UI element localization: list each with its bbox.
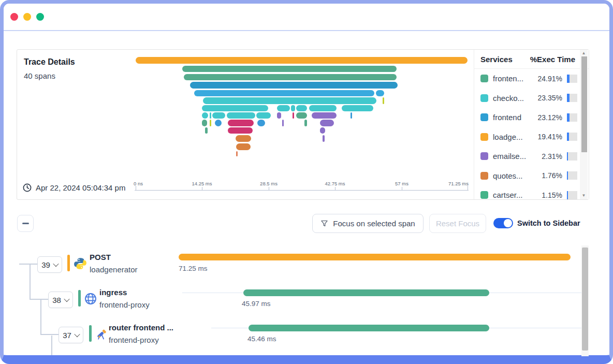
flamegraph-span[interactable] bbox=[184, 74, 397, 80]
flamegraph-span[interactable] bbox=[277, 105, 290, 111]
flamegraph-span[interactable] bbox=[282, 120, 284, 126]
flamegraph-span[interactable] bbox=[296, 105, 307, 111]
flamegraph-span[interactable] bbox=[277, 112, 281, 119]
flamegraph-span[interactable] bbox=[320, 120, 334, 126]
services-header: Services %Exec Time bbox=[474, 50, 589, 69]
service-exec-pct: 23.35% bbox=[538, 94, 562, 102]
service-color-chip bbox=[480, 75, 488, 82]
service-exec-minibar bbox=[567, 191, 577, 199]
flamegraph-span[interactable] bbox=[236, 143, 251, 150]
flamegraph-span[interactable] bbox=[202, 112, 208, 119]
span-duration-bar[interactable] bbox=[179, 254, 571, 260]
python-icon bbox=[74, 257, 87, 270]
flamegraph-span[interactable] bbox=[228, 127, 253, 134]
scroll-up-icon[interactable]: ▲ bbox=[582, 51, 586, 55]
chevron-down-icon bbox=[64, 296, 69, 302]
flamegraph-span[interactable] bbox=[227, 112, 255, 119]
span-children-dropdown[interactable]: 39 bbox=[37, 256, 62, 273]
service-row[interactable]: loadge...19.41% bbox=[474, 127, 589, 147]
flamegraph-span[interactable] bbox=[376, 90, 384, 96]
span-service: frontend-proxy bbox=[99, 300, 150, 309]
services-scrollbar-thumb[interactable] bbox=[581, 56, 587, 152]
flamegraph-span[interactable] bbox=[342, 105, 373, 111]
service-exec-minibar bbox=[567, 113, 577, 122]
flamegraph-span[interactable] bbox=[203, 97, 376, 104]
flamegraph-span[interactable] bbox=[256, 112, 271, 119]
flamegraph-span[interactable] bbox=[136, 57, 468, 64]
flamegraph-span[interactable] bbox=[210, 120, 211, 126]
service-row[interactable]: quotes...1.76% bbox=[474, 166, 589, 186]
focus-selected-span-button[interactable]: Focus on selected span bbox=[312, 214, 424, 233]
flamegraph-span[interactable] bbox=[190, 82, 398, 89]
axis-label: 71.25 ms bbox=[448, 181, 469, 186]
toggle-knob bbox=[504, 219, 512, 227]
flamegraph-span[interactable] bbox=[296, 112, 307, 119]
flamegraph-span[interactable] bbox=[236, 151, 238, 156]
flamegraph-span[interactable] bbox=[312, 112, 337, 119]
child-count: 37 bbox=[63, 331, 71, 340]
chevron-down-icon bbox=[53, 261, 59, 267]
flamegraph-span[interactable] bbox=[194, 90, 374, 96]
span-children-dropdown[interactable]: 38 bbox=[48, 292, 73, 308]
flamegraph-span[interactable] bbox=[212, 112, 225, 119]
span-duration-bar[interactable] bbox=[243, 289, 489, 296]
tree-connector bbox=[40, 334, 59, 335]
span-duration-label: 45.46 ms bbox=[247, 335, 276, 343]
flamegraph-span[interactable] bbox=[383, 97, 384, 104]
reset-focus-button[interactable]: Reset Focus bbox=[429, 214, 486, 233]
flamegraph-span[interactable] bbox=[210, 112, 211, 119]
scroll-down-icon[interactable]: ▼ bbox=[582, 194, 586, 198]
axis-label: 0 ns bbox=[134, 181, 143, 186]
flamegraph-span[interactable] bbox=[236, 135, 251, 142]
collapse-all-button[interactable] bbox=[17, 215, 34, 232]
span-color-indicator bbox=[67, 255, 70, 271]
flamegraph-span[interactable] bbox=[215, 120, 222, 126]
chevron-down-icon bbox=[74, 331, 80, 337]
span-duration-bar[interactable] bbox=[249, 325, 489, 331]
service-exec-pct: 24.91% bbox=[538, 75, 562, 83]
span-service: loadgenerator bbox=[90, 265, 138, 274]
spanlist-scrollbar-thumb[interactable] bbox=[582, 247, 588, 351]
span-children-dropdown[interactable]: 37 bbox=[59, 327, 83, 343]
flamegraph-span[interactable] bbox=[320, 127, 325, 134]
trace-details-page: Trace Details 40 spans Apr 22, 2024 05:0… bbox=[0, 0, 613, 364]
flamegraph-span[interactable] bbox=[309, 105, 337, 111]
service-color-chip bbox=[480, 172, 488, 180]
flamegraph-span[interactable] bbox=[257, 120, 265, 126]
sidebar-toggle[interactable] bbox=[493, 218, 513, 228]
exec-time-column-header: %Exec Time bbox=[530, 55, 575, 64]
service-name: quotes... bbox=[493, 171, 537, 180]
telescope-icon bbox=[95, 327, 108, 341]
span-name[interactable]: POST bbox=[90, 253, 111, 261]
service-row[interactable]: frontend23.12% bbox=[474, 108, 589, 127]
service-row[interactable]: fronten...24.91% bbox=[474, 69, 589, 89]
focus-button-label: Focus on selected span bbox=[333, 219, 415, 228]
flamegraph-span[interactable] bbox=[293, 112, 294, 119]
span-name[interactable]: router frontend ... bbox=[109, 323, 173, 332]
flamegraph-span[interactable] bbox=[228, 120, 254, 126]
flamegraph-span[interactable] bbox=[202, 105, 268, 111]
flamegraph-span[interactable] bbox=[323, 135, 325, 142]
service-exec-minibar bbox=[567, 133, 577, 141]
service-exec-pct: 19.41% bbox=[538, 133, 562, 141]
service-row[interactable]: cartser...1.15% bbox=[474, 185, 589, 199]
tree-connector bbox=[51, 336, 52, 355]
tree-connector bbox=[30, 299, 48, 300]
service-name: checko... bbox=[493, 94, 533, 103]
service-row[interactable]: emailse...2.31% bbox=[474, 147, 589, 166]
flamegraph-span[interactable] bbox=[182, 66, 397, 72]
service-color-chip bbox=[480, 94, 488, 102]
span-color-indicator bbox=[78, 290, 81, 307]
service-row[interactable]: checko...23.35% bbox=[474, 89, 589, 108]
flamegraph-span[interactable] bbox=[351, 112, 352, 119]
service-name: emailse... bbox=[493, 152, 537, 161]
flamegraph-span[interactable] bbox=[205, 127, 208, 134]
service-color-chip bbox=[480, 133, 488, 141]
service-exec-minibar bbox=[567, 94, 577, 102]
filter-icon bbox=[320, 220, 328, 227]
flamegraph-span[interactable] bbox=[202, 120, 207, 126]
flamegraph-span[interactable] bbox=[291, 105, 295, 111]
span-color-indicator bbox=[89, 325, 92, 342]
span-name[interactable]: ingress bbox=[99, 288, 127, 297]
flamegraph-span[interactable] bbox=[304, 120, 307, 126]
